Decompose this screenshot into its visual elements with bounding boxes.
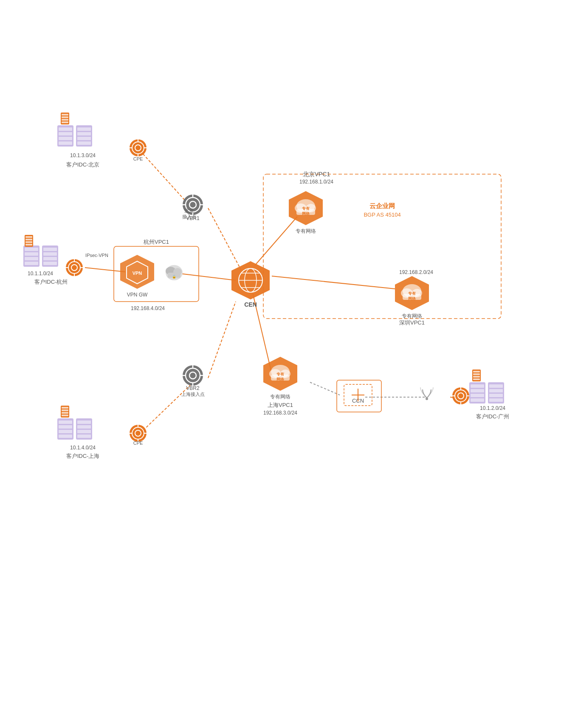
svg-rect-24 [77, 137, 91, 140]
vbr2-sublabel: 上海接入点 [181, 392, 205, 397]
bgp-label: BGP AS 45104 [364, 212, 400, 218]
svg-rect-18 [59, 132, 72, 135]
shenzhen-private-label: 专有网络 [402, 313, 422, 319]
vbr1-sublabel: 北京 [184, 208, 194, 213]
svg-rect-62 [59, 425, 72, 429]
svg-rect-17 [59, 127, 72, 131]
svg-rect-85 [471, 394, 484, 397]
router-guangzhou [452, 387, 469, 404]
hangzhou-vpc-label: 杭州VPC1 [143, 239, 169, 245]
svg-rect-45 [43, 252, 57, 256]
router-hangzhou [66, 259, 83, 276]
svg-rect-72 [62, 409, 68, 411]
beijing-idc-ip: 10.1.3.0/24 [70, 152, 96, 158]
shenzhen-vpc-label: 深圳VPC1 [399, 319, 425, 326]
cpe-shanghai-label: CPE [133, 440, 143, 446]
svg-rect-93 [473, 371, 480, 372]
svg-point-156 [426, 398, 428, 400]
svg-text:专有: 专有 [276, 372, 285, 376]
shanghai-vpc-label: 上海VPC1 [268, 402, 293, 408]
svg-rect-66 [77, 420, 91, 424]
svg-rect-30 [62, 121, 68, 123]
svg-rect-64 [59, 435, 72, 438]
cen-label: CEN [244, 301, 257, 308]
svg-rect-52 [25, 244, 32, 245]
svg-rect-89 [489, 389, 503, 392]
svg-text:专有: 专有 [408, 291, 416, 296]
cloud-gateway-hangzhou: 🔒 [166, 265, 183, 280]
svg-rect-39 [25, 248, 38, 251]
cpe-beijing-label: CPE [133, 156, 143, 161]
shanghai-idc-ip: 10.1.4.0/24 [70, 445, 96, 451]
svg-rect-42 [25, 262, 38, 265]
beijing-vpc-ip: 192.168.1.0/24 [299, 179, 333, 185]
svg-rect-44 [43, 248, 57, 251]
shenzhen-vpc-ip: 192.168.2.0/24 [399, 269, 433, 275]
svg-rect-40 [25, 252, 38, 256]
svg-rect-61 [59, 420, 72, 424]
ipsec-vpn-label: IPsec-VPN [85, 253, 108, 258]
svg-rect-94 [473, 373, 480, 375]
svg-text:网络: 网络 [408, 296, 416, 301]
svg-rect-20 [59, 141, 72, 145]
svg-rect-19 [59, 137, 72, 140]
cloud-enterprise-label: 云企业网 [369, 202, 395, 209]
svg-rect-71 [62, 407, 68, 409]
svg-rect-22 [77, 127, 91, 131]
network-diagram: 10.1.3.0/24 客户IDC-北京 CPE [0, 0, 578, 728]
hangzhou-idc-ip: 10.1.1.0/24 [28, 271, 53, 277]
shanghai-idc-label: 客户IDC-上海 [66, 453, 100, 459]
vbr1-sublabel2: 接入点 [182, 214, 196, 219]
vpn-gw-label: VPN GW [127, 292, 148, 298]
vbr2 [183, 365, 203, 386]
svg-rect-68 [77, 430, 91, 433]
svg-rect-27 [62, 114, 68, 116]
svg-rect-29 [62, 119, 68, 121]
svg-text:专有: 专有 [302, 206, 310, 211]
beijing-private-label: 专有网络 [296, 228, 316, 234]
cpe-beijing [130, 139, 147, 156]
svg-rect-41 [25, 257, 38, 260]
svg-text:网络: 网络 [302, 212, 310, 216]
svg-rect-28 [62, 116, 68, 118]
guangzhou-idc-ip: 10.1.2.0/24 [480, 405, 505, 411]
svg-rect-63 [59, 430, 72, 433]
svg-rect-69 [77, 435, 91, 438]
cpe-shanghai [130, 425, 147, 442]
svg-text:🔒: 🔒 [172, 274, 176, 279]
svg-rect-88 [489, 384, 503, 388]
svg-rect-83 [471, 384, 484, 388]
svg-rect-74 [62, 415, 68, 416]
guangzhou-idc-label: 客户IDC-广州 [476, 413, 510, 420]
vbr2-label: VBR2 [186, 385, 200, 391]
hangzhou-vpc-ip: 192.168.4.0/24 [131, 305, 165, 311]
svg-rect-73 [62, 412, 68, 414]
svg-rect-90 [489, 394, 503, 397]
svg-rect-96 [473, 378, 480, 380]
beijing-idc-label: 客户IDC-北京 [66, 161, 100, 168]
svg-rect-47 [43, 262, 57, 265]
svg-rect-91 [489, 398, 503, 402]
svg-rect-95 [473, 376, 480, 378]
svg-rect-86 [471, 398, 484, 402]
svg-text:网络: 网络 [276, 377, 285, 381]
svg-rect-46 [43, 257, 57, 260]
svg-rect-25 [77, 141, 91, 145]
svg-rect-51 [25, 241, 32, 243]
svg-rect-49 [25, 236, 32, 238]
svg-rect-23 [77, 132, 91, 135]
svg-rect-84 [471, 389, 484, 392]
beijing-vpc-label: 北京VPC1 [303, 171, 330, 178]
shanghai-private-label: 专有网络 [270, 394, 290, 400]
svg-rect-67 [77, 425, 91, 429]
shanghai-vpc-ip: 192.168.3.0/24 [263, 410, 297, 416]
hangzhou-idc-label: 客户IDC-杭州 [34, 279, 68, 285]
svg-text:VPN: VPN [133, 271, 142, 276]
svg-rect-50 [25, 239, 32, 240]
